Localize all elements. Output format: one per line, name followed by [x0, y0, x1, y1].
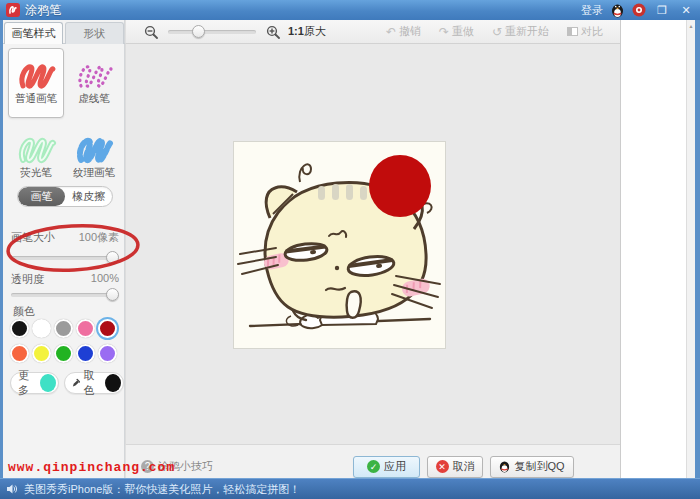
app-logo-icon: [6, 3, 20, 17]
color-swatch-darkred[interactable]: [98, 319, 117, 338]
scroll-up-arrow[interactable]: ▲: [687, 21, 695, 31]
texture-brush-icon: [73, 134, 115, 164]
zoom-slider[interactable]: [168, 25, 256, 38]
qq-penguin-icon[interactable]: [611, 3, 624, 18]
window-title: 涂鸦笔: [25, 2, 61, 19]
brush-label: 荧光笔: [20, 166, 52, 180]
color-picker-button[interactable]: 取色: [64, 372, 124, 394]
opacity-value: 100%: [91, 272, 119, 287]
swatch-row-1: [10, 319, 117, 338]
compare-label: 对比: [581, 24, 603, 39]
brush-highlighter[interactable]: 荧光笔: [8, 122, 64, 192]
drawing-canvas[interactable]: [125, 44, 620, 444]
picker-color-swatch: [105, 374, 121, 392]
redo-icon: ↷: [439, 25, 449, 39]
maximize-button[interactable]: ❐: [654, 3, 670, 17]
slider-handle[interactable]: [106, 288, 119, 301]
brush-texture[interactable]: 纹理画笔: [66, 122, 122, 192]
zoom-out-icon[interactable]: [144, 25, 158, 39]
copy-to-qq-button[interactable]: 复制到QQ: [490, 456, 574, 478]
copy-to-qq-label: 复制到QQ: [514, 459, 564, 474]
brush-label: 纹理画笔: [73, 166, 115, 180]
brush-size-slider[interactable]: [11, 251, 119, 264]
opacity-row: 透明度 100%: [11, 272, 119, 287]
slider-handle[interactable]: [106, 251, 119, 264]
apply-button[interactable]: ✓ 应用: [353, 456, 420, 478]
more-color-swatch: [40, 374, 56, 392]
brush-dashed[interactable]: 虚线笔: [66, 48, 122, 118]
style-tabs: 画笔样式 形状: [3, 22, 125, 44]
cat-sticker-drawing: [234, 142, 445, 348]
slider-track[interactable]: [11, 256, 119, 260]
undo-label: 撤销: [399, 24, 421, 39]
brush-mode-button[interactable]: 画笔: [18, 187, 65, 206]
tab-shapes[interactable]: 形状: [65, 22, 124, 44]
brush-normal[interactable]: 普通画笔: [8, 48, 64, 118]
brush-label: 普通画笔: [15, 92, 57, 106]
background-window-area: ▲: [620, 20, 695, 488]
swatch-row-2: [10, 344, 117, 363]
undo-icon: ↶: [386, 25, 396, 39]
color-swatch-purple[interactable]: [98, 344, 117, 363]
zoom-in-icon[interactable]: [266, 25, 280, 39]
highlighter-brush-icon: [15, 134, 57, 164]
meitu-camera-icon[interactable]: [632, 3, 646, 17]
color-swatch-black[interactable]: [10, 319, 29, 338]
opacity-slider[interactable]: [11, 288, 119, 301]
brush-label: 虚线笔: [78, 92, 110, 106]
brush-eraser-toggle: 画笔 橡皮擦: [17, 186, 113, 207]
promo-status-bar: 美图秀秀iPhone版：帮你快速美化照片，轻松搞定拼图！: [0, 478, 700, 499]
eraser-mode-button[interactable]: 橡皮擦: [65, 187, 112, 206]
color-tools-row: 更多 取色: [10, 372, 124, 394]
color-swatch-blue[interactable]: [76, 344, 95, 363]
brush-size-value: 100像素: [79, 230, 119, 245]
restart-label: 重新开始: [505, 24, 549, 39]
restart-icon: ↺: [492, 25, 502, 39]
speaker-icon: [6, 483, 18, 495]
color-swatch-pink[interactable]: [76, 319, 95, 338]
color-swatch-orange[interactable]: [10, 344, 29, 363]
slider-track[interactable]: [168, 30, 256, 34]
color-swatch-green[interactable]: [54, 344, 73, 363]
normal-brush-icon: [15, 60, 57, 90]
color-swatch-white[interactable]: [32, 319, 51, 338]
close-button[interactable]: ✕: [678, 3, 694, 17]
more-colors-label: 更多: [18, 368, 37, 398]
undo-button[interactable]: ↶ 撤销: [386, 24, 421, 39]
compare-icon: [567, 27, 578, 36]
compare-button[interactable]: 对比: [567, 24, 603, 39]
restart-button[interactable]: ↺ 重新开始: [492, 24, 549, 39]
zoom-ratio: 1:1: [288, 25, 304, 37]
slider-track[interactable]: [11, 293, 119, 297]
slider-handle[interactable]: [192, 25, 205, 38]
colors-label: 颜色: [13, 304, 35, 319]
vertical-scrollbar[interactable]: ▲: [686, 20, 695, 488]
more-colors-button[interactable]: 更多: [10, 372, 59, 394]
apply-label: 应用: [384, 459, 406, 474]
x-icon: ✕: [436, 460, 449, 473]
titlebar: 涂鸦笔 登录 ❐ ✕: [0, 0, 700, 20]
canvas-toolbar: 1:1原大 ↶ 撤销 ↷ 重做 ↺ 重新开始 对比: [125, 20, 620, 44]
zoom-ratio-label[interactable]: 1:1原大: [288, 24, 326, 39]
left-panel: 画笔样式 形状 普通画笔 虚线笔 荧光笔: [3, 20, 125, 488]
promo-text: 美图秀秀iPhone版：帮你快速美化照片，轻松搞定拼图！: [24, 482, 300, 497]
doodle-red-circle: [369, 155, 431, 217]
window-body: 画笔样式 形状 普通画笔 虚线笔 荧光笔: [3, 20, 695, 488]
dashed-brush-icon: [73, 60, 115, 90]
brush-size-label: 画笔大小: [11, 230, 55, 245]
cancel-button[interactable]: ✕ 取消: [427, 456, 483, 478]
eyedropper-icon: [72, 378, 81, 388]
qq-penguin-icon: [499, 460, 510, 473]
redo-button[interactable]: ↷ 重做: [439, 24, 474, 39]
brush-size-row: 画笔大小 100像素: [11, 230, 119, 245]
color-picker-label: 取色: [83, 368, 102, 398]
login-link[interactable]: 登录: [581, 3, 603, 18]
tab-brush-style[interactable]: 画笔样式: [4, 22, 63, 44]
check-icon: ✓: [367, 460, 380, 473]
opacity-label: 透明度: [11, 272, 44, 287]
red-annotation-ellipse: [3, 220, 145, 278]
color-swatch-yellow[interactable]: [32, 344, 51, 363]
zoom-text: 原大: [304, 25, 326, 37]
sticker-image[interactable]: [234, 142, 445, 348]
color-swatch-gray[interactable]: [54, 319, 73, 338]
